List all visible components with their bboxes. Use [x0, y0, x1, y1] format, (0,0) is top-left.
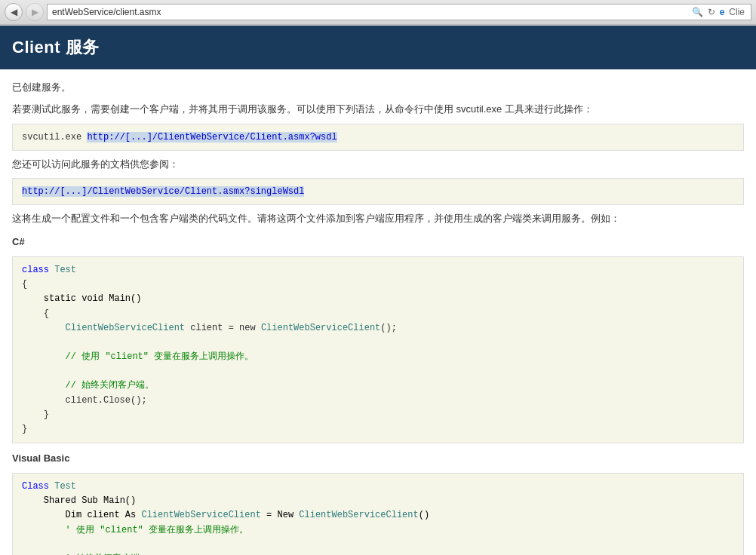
vb-label: Visual Basic — [12, 451, 744, 467]
address-text: entWebService/client.asmx — [52, 7, 690, 17]
address-icons: 🔍 ↻ e Clie — [690, 7, 746, 17]
intro1: 已创建服务。 — [12, 80, 744, 96]
search-icon[interactable]: 🔍 — [690, 7, 705, 17]
files-desc: 这将生成一个配置文件和一个包含客户端类的代码文件。请将这两个文件添加到客户端应用… — [12, 211, 744, 227]
vb-code-block: Class Test Shared Sub Main() Dim client … — [12, 473, 744, 555]
back-button[interactable]: ◀ — [5, 3, 23, 21]
also-text: 您还可以访问此服务的文档供您参阅： — [12, 157, 744, 173]
svcutil-prefix: svcutil.exe — [22, 132, 87, 143]
page-header: Client 服务 — [0, 26, 756, 69]
csharp-label: C# — [12, 235, 744, 250]
refresh-icon[interactable]: ↻ — [706, 7, 717, 17]
address-bar[interactable]: entWebService/client.asmx 🔍 ↻ e Clie — [47, 4, 751, 20]
svcutil-block: svcutil.exe http://[...]/ClientWebServic… — [12, 124, 744, 151]
doc-url-block: http://[...]/ClientWebService/Client.asm… — [12, 178, 744, 205]
content-area: 已创建服务。 若要测试此服务，需要创建一个客户端，并将其用于调用该服务。可以使用… — [0, 69, 756, 555]
browser-chrome: ◀ ▶ entWebService/client.asmx 🔍 ↻ e Clie — [0, 0, 756, 26]
page-title: Client 服务 — [12, 38, 100, 57]
forward-button[interactable]: ▶ — [26, 3, 44, 21]
svcutil-url[interactable]: http://[...]/ClientWebService/Client.asm… — [87, 132, 337, 143]
doc-url[interactable]: http://[...]/ClientWebService/Client.asm… — [22, 186, 304, 197]
csharp-code-block: class Test { static void Main() { Client… — [12, 256, 744, 443]
tab-label: Clie — [727, 7, 746, 17]
browser-toolbar: ◀ ▶ entWebService/client.asmx 🔍 ↻ e Clie — [0, 0, 756, 25]
ie-icon: e — [718, 7, 727, 17]
intro2: 若要测试此服务，需要创建一个客户端，并将其用于调用该服务。可以使用下列语法，从命… — [12, 102, 744, 118]
